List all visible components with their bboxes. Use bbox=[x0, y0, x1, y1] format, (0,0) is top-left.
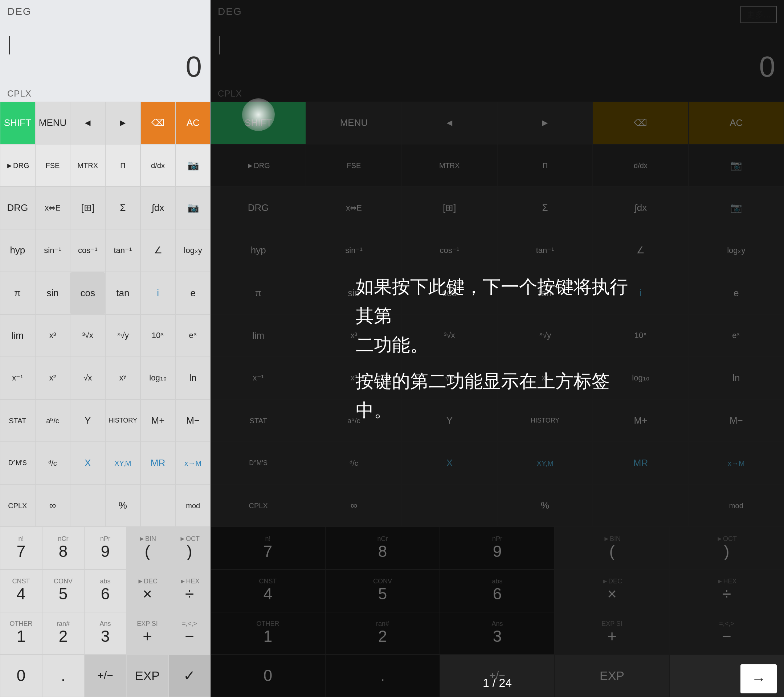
left-xy-btn[interactable]: xʸ bbox=[105, 357, 140, 399]
left-logy-btn[interactable]: logₓy bbox=[175, 229, 211, 272]
left-mul-btn[interactable]: ►DEC × bbox=[126, 570, 168, 612]
left-tan-inv-label: tan⁻¹ bbox=[114, 246, 132, 255]
left-angle-btn[interactable]: ∠ bbox=[140, 229, 176, 272]
left-mod-label: mod bbox=[186, 501, 200, 510]
left-ac-btn[interactable]: AC bbox=[175, 102, 211, 144]
left-fse-btn[interactable]: FSE bbox=[35, 144, 71, 186]
left-dc-label: ᵈ/c bbox=[48, 459, 57, 468]
left-mod-btn[interactable]: mod bbox=[175, 484, 211, 527]
left-drg-btn[interactable]: DRG bbox=[0, 186, 35, 229]
left-plus-btn[interactable]: EXP SI + bbox=[126, 612, 168, 654]
left-ddx-btn[interactable]: d/dx bbox=[140, 144, 176, 186]
left-mplus-btn[interactable]: M+ bbox=[140, 399, 176, 442]
left-minus-btn[interactable]: =,<,> − bbox=[168, 612, 211, 654]
left-XYM-label: XY,M bbox=[114, 459, 131, 468]
left-1-btn[interactable]: OTHER 1 bbox=[0, 612, 42, 654]
left-cbrt-label: ³√x bbox=[82, 331, 93, 340]
left-camera2-btn[interactable]: 📷 bbox=[175, 186, 211, 229]
left-ln-btn[interactable]: ln bbox=[175, 357, 211, 399]
left-hyp-label: hyp bbox=[10, 245, 25, 256]
left-history-btn[interactable]: HISTORY bbox=[105, 399, 140, 442]
left-lim-btn[interactable]: lim bbox=[0, 315, 35, 357]
left-2-btn[interactable]: ran# 2 bbox=[42, 612, 84, 654]
left-sqrt-btn[interactable]: √x bbox=[70, 357, 105, 399]
left-XYM-btn[interactable]: XY,M bbox=[105, 442, 140, 484]
left-1-sub: OTHER bbox=[10, 620, 33, 627]
left-sin-btn[interactable]: sin bbox=[35, 272, 71, 315]
left-abc-btn[interactable]: aᵇ/c bbox=[35, 399, 71, 442]
left-cplx-btn[interactable]: CPLX bbox=[0, 484, 35, 527]
left-backspace-btn[interactable]: ⌫ bbox=[140, 102, 176, 144]
left-x3-btn[interactable]: x³ bbox=[35, 315, 71, 357]
left-cos-btn[interactable]: cos bbox=[70, 272, 105, 315]
left-xinv-btn[interactable]: x⁻¹ bbox=[0, 357, 35, 399]
left-3-btn[interactable]: Ans 3 bbox=[84, 612, 126, 654]
left-dot-btn[interactable]: . bbox=[42, 654, 84, 697]
left-9-btn[interactable]: nPr 9 bbox=[84, 527, 126, 569]
left-6-btn[interactable]: abs 6 bbox=[84, 570, 126, 612]
left-plusminus-btn[interactable]: +/− bbox=[84, 654, 126, 697]
left-log10-btn[interactable]: log₁₀ bbox=[140, 357, 176, 399]
left-history-label: HISTORY bbox=[109, 417, 137, 425]
left-7-btn[interactable]: n! 7 bbox=[0, 527, 42, 569]
left-pi-top-label: Π bbox=[120, 161, 125, 170]
left-mtrx-btn[interactable]: MTRX bbox=[70, 144, 105, 186]
left-stat-btn[interactable]: STAT bbox=[0, 399, 35, 442]
left-MR-btn[interactable]: MR bbox=[140, 442, 176, 484]
left-percent-btn[interactable]: % bbox=[105, 484, 140, 527]
left-row-1: SHIFT MENU ◄ ► ⌫ AC bbox=[0, 102, 211, 144]
left-menu-btn[interactable]: MENU bbox=[35, 102, 71, 144]
left-dc-btn[interactable]: ᵈ/c bbox=[35, 442, 71, 484]
left-4-btn[interactable]: CNST 4 bbox=[0, 570, 42, 612]
left-check-btn[interactable]: ✓ bbox=[168, 654, 211, 697]
left-shift-btn[interactable]: SHIFT bbox=[0, 102, 35, 144]
left-5-sub: CONV bbox=[54, 578, 72, 585]
nav-arrow-btn[interactable]: → bbox=[740, 664, 777, 694]
left-div-sub: ►HEX bbox=[180, 578, 199, 585]
left-row-6: lim x³ ³√x ˣ√y 10ˣ eˣ bbox=[0, 315, 211, 357]
left-X-btn[interactable]: X bbox=[70, 442, 105, 484]
left-dms-btn[interactable]: D°M'S bbox=[0, 442, 35, 484]
left-5-btn[interactable]: CONV 5 bbox=[42, 570, 84, 612]
left-tan-inv-btn[interactable]: tan⁻¹ bbox=[105, 229, 140, 272]
left-matrix-btn[interactable]: [⊞] bbox=[70, 186, 105, 229]
left-ln-label: ln bbox=[189, 372, 197, 384]
left-xrty-btn[interactable]: ˣ√y bbox=[105, 315, 140, 357]
tooltip-line1: 如果按下此键，下一个按键将执行其第 二功能。 bbox=[356, 272, 639, 359]
left-camera-btn[interactable]: 📷 bbox=[175, 144, 211, 186]
left-0-btn[interactable]: 0 bbox=[0, 654, 42, 697]
left-pi-top-btn[interactable]: Π bbox=[105, 144, 140, 186]
left-cos-inv-btn[interactable]: cos⁻¹ bbox=[70, 229, 105, 272]
left-empty-btn bbox=[70, 484, 105, 527]
left-right-arrow-btn[interactable]: ► bbox=[105, 102, 140, 144]
left-div-btn[interactable]: ►HEX ÷ bbox=[168, 570, 211, 612]
left-exp-btn[interactable]: EXP bbox=[126, 654, 168, 697]
left-tan-btn[interactable]: tan bbox=[105, 272, 140, 315]
left-integral-btn[interactable]: ∫dx bbox=[140, 186, 176, 229]
left-tan-label: tan bbox=[116, 288, 129, 299]
left-left-arrow-btn[interactable]: ◄ bbox=[70, 102, 105, 144]
left-sin-inv-btn[interactable]: sin⁻¹ bbox=[35, 229, 71, 272]
left-pi-btn[interactable]: π bbox=[0, 272, 35, 315]
left-8-btn[interactable]: nCr 8 bbox=[42, 527, 84, 569]
left-e-btn[interactable]: e bbox=[175, 272, 211, 315]
left-xM-btn[interactable]: x→M bbox=[175, 442, 211, 484]
left-mminus-btn[interactable]: M− bbox=[175, 399, 211, 442]
left-camera2-icon: 📷 bbox=[187, 202, 199, 213]
left-Y-btn[interactable]: Y bbox=[70, 399, 105, 442]
left-inf-btn[interactable]: ∞ bbox=[35, 484, 71, 527]
left-xE-btn[interactable]: x⇔E bbox=[35, 186, 71, 229]
left-i-btn[interactable]: i bbox=[140, 272, 176, 315]
left-10x-btn[interactable]: 10ˣ bbox=[140, 315, 176, 357]
left-rparen-btn[interactable]: ►OCT ) bbox=[168, 527, 211, 569]
left-hyp-btn[interactable]: hyp bbox=[0, 229, 35, 272]
left-ex-btn[interactable]: eˣ bbox=[175, 315, 211, 357]
left-matrix-label: [⊞] bbox=[81, 202, 94, 213]
left-0-label: 0 bbox=[17, 666, 25, 685]
left-lparen-btn[interactable]: ►BIN ( bbox=[126, 527, 168, 569]
left-sigma-btn[interactable]: Σ bbox=[105, 186, 140, 229]
left-cbrt-btn[interactable]: ³√x bbox=[70, 315, 105, 357]
left-drg-sub-btn[interactable]: ►DRG bbox=[0, 144, 35, 186]
left-x2-btn[interactable]: x² bbox=[35, 357, 71, 399]
left-row-13: OTHER 1 ran# 2 Ans 3 EXP SI + =,<,> − bbox=[0, 612, 211, 654]
